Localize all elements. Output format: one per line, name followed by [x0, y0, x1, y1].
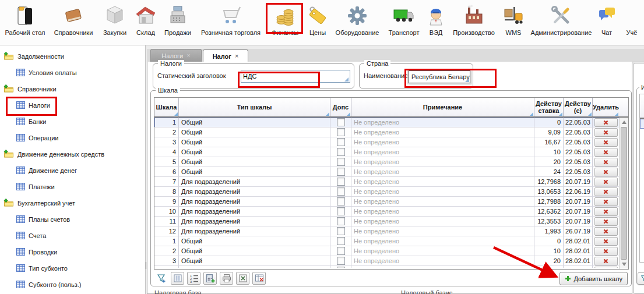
delete-row-button[interactable] [594, 207, 618, 216]
sidebar-folder-references[interactable]: Справочники [0, 81, 145, 97]
additional-checkbox[interactable] [337, 257, 345, 265]
sidebar-item-subconto-user[interactable]: Субконто (польз.) [0, 277, 145, 293]
toolbar-item-customs[interactable]: ВЭД [427, 3, 445, 36]
additional-checkbox[interactable] [337, 207, 345, 215]
additional-checkbox[interactable] [337, 178, 345, 186]
table-row[interactable]: 8Для подразделенийНе определено13,065322… [154, 187, 620, 197]
delete-row-button[interactable] [594, 227, 618, 236]
table-row[interactable]: 11Для подразделенийНе определено12,35532… [154, 217, 620, 226]
delete-row-button[interactable] [594, 197, 618, 206]
excel-export-button[interactable] [236, 272, 249, 285]
sidebar-item-operations[interactable]: Операции [0, 130, 145, 146]
delete-row-button[interactable] [594, 187, 618, 196]
scrollbar-thumb[interactable] [621, 127, 627, 260]
sidebar-item-payment-terms[interactable]: Условия оплаты [0, 65, 145, 81]
additional-checkbox[interactable] [337, 217, 345, 225]
static-title-input[interactable] [241, 70, 350, 83]
additional-checkbox[interactable] [337, 138, 345, 146]
column-header[interactable]: Примечание [351, 98, 534, 116]
table-row[interactable]: 1ОбщийНе определено028.02.01 [154, 236, 620, 246]
table-row[interactable]: 2ОбщийНе определено1028.02.01 [154, 246, 620, 256]
table-row[interactable]: 7Для подразделенийНе определено12,796820… [154, 177, 620, 187]
toolbar-item-administration[interactable]: Администрирование [529, 3, 593, 36]
additional-checkbox[interactable] [337, 237, 345, 245]
columns-button[interactable] [171, 272, 184, 285]
tab-close-icon[interactable]: × [186, 52, 190, 59]
table-row[interactable]: 10Для подразделенийНе определено12,63622… [154, 207, 620, 217]
delete-row-button[interactable] [594, 148, 618, 157]
additional-checkbox[interactable] [337, 148, 345, 156]
sidebar-item-accounts[interactable]: Счета [0, 228, 145, 244]
toolbar-item-references[interactable]: Справочники [51, 3, 96, 36]
delete-row-button[interactable] [594, 118, 618, 127]
sidebar-folder-accounting[interactable]: Бухгалтерский учет [0, 195, 145, 211]
delete-row-button[interactable] [594, 178, 618, 186]
additional-checkbox[interactable] [337, 227, 345, 235]
toolbar-item-chat[interactable]: Чат [598, 3, 615, 36]
table-row[interactable]: 4ОбщийНе определено1022.05.03 [154, 147, 620, 157]
column-header[interactable]: Допс [330, 98, 351, 116]
country-value-button[interactable]: Республика Белару [409, 70, 470, 83]
scroll-up-icon[interactable] [622, 121, 627, 124]
column-header[interactable]: Удалить [593, 98, 619, 116]
table-row[interactable]: 5ОбщийНе определено2022.05.03 [154, 157, 620, 167]
toolbar-item-production[interactable]: Производство [450, 3, 498, 36]
column-header[interactable]: Тип шкалы [179, 98, 330, 116]
column-header[interactable]: Действу (с) [564, 98, 593, 116]
column-header[interactable]: Действу ставка [534, 98, 564, 116]
table-row[interactable]: 13Для подразделенийНе определено [154, 266, 620, 268]
column-header[interactable]: Шкала [154, 98, 179, 116]
right-selected-row[interactable] [640, 119, 644, 129]
table-row[interactable]: 12Для подразделенийНе определено1,99326.… [154, 226, 620, 236]
table-row[interactable]: 9Для подразделенийНе определено12,798820… [154, 197, 620, 207]
tab-tax[interactable]: Налог × [203, 49, 248, 62]
additional-checkbox[interactable] [337, 168, 345, 176]
print-button[interactable] [220, 272, 233, 285]
sidebar-folder-cash-flow[interactable]: Движение денежных средств [0, 146, 145, 162]
table-row[interactable]: 1ОбщийНе определено022.05.03 [154, 118, 620, 127]
toolbar-item-desktop[interactable]: Рабочий стол [3, 3, 47, 36]
add-scale-button[interactable]: Добавить шкалу [559, 272, 628, 285]
toolbar-item-accounting-clipped[interactable]: Учё [620, 3, 643, 36]
toolbar-item-purchases[interactable]: Закупки [100, 3, 129, 36]
tab-close-icon[interactable]: × [235, 53, 238, 59]
sidebar-item-payments[interactable]: Платежи [0, 179, 145, 195]
calculator-add-button[interactable] [203, 272, 217, 285]
additional-checkbox[interactable] [337, 267, 345, 268]
vertical-scrollbar[interactable] [619, 118, 628, 269]
sidebar-folder-debts[interactable]: Задолженности [0, 48, 145, 65]
additional-checkbox[interactable] [337, 197, 345, 206]
sidebar-item-money-movement[interactable]: Движение денег [0, 162, 145, 179]
table-row[interactable]: 3ОбщийНе определено16,6722.05.03 [154, 137, 620, 147]
delete-row-button[interactable] [594, 138, 618, 147]
additional-checkbox[interactable] [337, 247, 345, 255]
additional-checkbox[interactable] [337, 158, 345, 166]
toolbar-item-sales[interactable]: Продажи [162, 3, 193, 36]
sidebar-item-subconto-type[interactable]: Тип субконто [0, 260, 145, 277]
toolbar-item-warehouse[interactable]: Склад [134, 3, 157, 36]
table-clear-button[interactable] [252, 272, 266, 285]
additional-checkbox[interactable] [337, 128, 345, 136]
right-filter-button[interactable] [638, 272, 644, 285]
sidebar-item-postings[interactable]: Проводки [0, 244, 145, 260]
toolbar-item-retail[interactable]: Розничная торговля [198, 3, 263, 36]
delete-row-button[interactable] [594, 237, 618, 246]
scroll-down-icon[interactable] [622, 263, 627, 266]
filter-add-button[interactable] [154, 272, 168, 285]
sidebar-item-banks[interactable]: Банки [0, 114, 145, 130]
delete-row-button[interactable] [594, 257, 618, 265]
toolbar-item-prices[interactable]: Цены [307, 3, 329, 36]
additional-checkbox[interactable] [337, 187, 345, 196]
toolbar-item-equipment[interactable]: Оборудование [333, 3, 381, 36]
additional-checkbox[interactable] [337, 118, 345, 126]
delete-row-button[interactable] [594, 267, 618, 268]
table-row[interactable]: 2ОбщийНе определено9,0922.05.03 [154, 127, 620, 137]
toolbar-item-transport[interactable]: Транспорт [386, 3, 422, 36]
sidebar-item-taxes[interactable]: Налоги [0, 97, 145, 114]
toolbar-item-finance[interactable]: Финансы [268, 3, 302, 36]
delete-row-button[interactable] [594, 158, 618, 167]
delete-row-button[interactable] [594, 128, 618, 137]
delete-row-button[interactable] [594, 247, 618, 256]
numbered-list-button[interactable]: 123 [187, 272, 200, 285]
table-row[interactable]: 6ОбщийНе определено2422.05.03 [154, 167, 620, 177]
